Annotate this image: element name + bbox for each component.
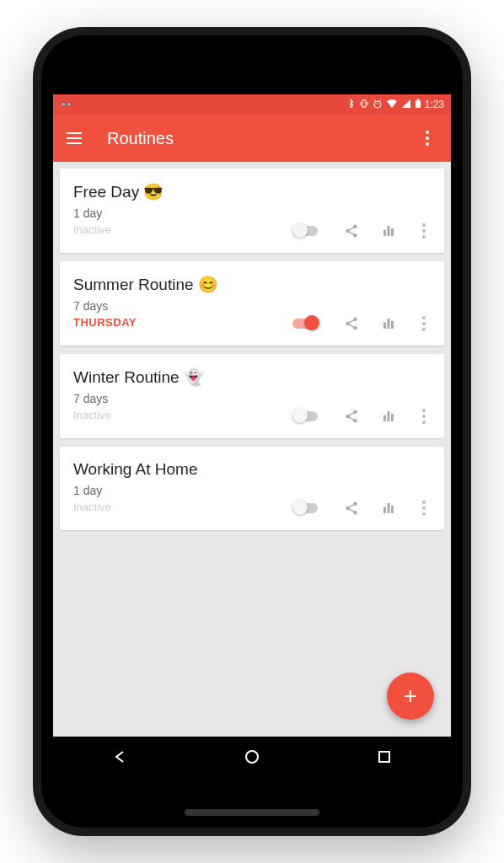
page-title: Routines <box>107 129 417 148</box>
routine-toggle[interactable] <box>292 222 323 239</box>
glasses-icon: 👓 <box>60 99 72 110</box>
speaker-bottom <box>185 809 319 816</box>
signal-icon <box>401 99 411 111</box>
routine-title: Summer Routine 😊 <box>73 275 431 294</box>
share-icon[interactable] <box>343 315 360 332</box>
alarm-icon <box>373 99 383 111</box>
routine-toggle[interactable] <box>292 315 323 332</box>
card-menu-button[interactable] <box>417 223 431 239</box>
svg-rect-12 <box>383 323 386 330</box>
routine-title: Working At Home <box>73 460 431 479</box>
svg-rect-15 <box>383 415 386 422</box>
routine-toggle[interactable] <box>292 500 323 517</box>
status-bar: 👓 <box>53 94 451 115</box>
card-menu-button[interactable] <box>417 409 431 424</box>
svg-line-6 <box>379 100 381 101</box>
routine-duration: 1 day <box>73 484 431 497</box>
share-icon[interactable] <box>343 500 360 517</box>
clock-time: 1:23 <box>425 99 444 110</box>
svg-point-21 <box>246 751 258 763</box>
screen: 👓 <box>53 94 451 777</box>
phone-inner: 👓 <box>41 35 463 828</box>
plus-icon: + <box>404 683 417 710</box>
card-menu-button[interactable] <box>417 501 431 516</box>
svg-rect-9 <box>383 230 386 237</box>
vibrate-icon <box>359 99 369 111</box>
routine-title: Free Day 😎 <box>73 182 431 201</box>
back-button[interactable] <box>110 747 130 767</box>
routine-duration: 7 days <box>73 392 431 405</box>
svg-rect-17 <box>391 414 394 421</box>
svg-rect-18 <box>383 507 386 514</box>
routine-title: Winter Routine 👻 <box>73 367 431 387</box>
share-icon[interactable] <box>343 408 360 425</box>
add-routine-fab[interactable]: + <box>387 673 434 720</box>
svg-rect-10 <box>388 226 390 236</box>
routine-card[interactable]: Winter Routine 👻 7 days Inactive <box>60 354 444 438</box>
overflow-menu-button[interactable] <box>417 131 437 146</box>
routine-list: Free Day 😎 1 day Inactive Summer Routine… <box>53 162 451 737</box>
svg-rect-22 <box>379 752 389 762</box>
app-bar: Routines <box>53 115 451 162</box>
svg-rect-8 <box>417 99 419 100</box>
routine-card[interactable]: Working At Home 1 day Inactive <box>60 447 444 530</box>
routine-duration: 7 days <box>73 299 431 313</box>
navigation-bar <box>53 737 451 777</box>
routine-toggle[interactable] <box>292 408 323 425</box>
svg-rect-11 <box>391 228 394 236</box>
svg-rect-16 <box>388 411 390 421</box>
routine-card[interactable]: Summer Routine 😊 7 days THURSDAY <box>60 261 444 346</box>
stats-icon[interactable] <box>380 315 397 332</box>
menu-button[interactable] <box>67 128 87 148</box>
svg-line-5 <box>374 100 376 101</box>
share-icon[interactable] <box>343 222 360 239</box>
svg-rect-7 <box>416 100 421 108</box>
stats-icon[interactable] <box>380 222 397 239</box>
svg-rect-20 <box>391 506 394 513</box>
svg-rect-0 <box>362 100 366 107</box>
stats-icon[interactable] <box>380 408 397 425</box>
routine-duration: 1 day <box>73 206 431 220</box>
routine-card[interactable]: Free Day 😎 1 day Inactive <box>60 169 444 253</box>
home-button[interactable] <box>242 747 262 767</box>
svg-rect-14 <box>391 321 394 329</box>
battery-icon <box>415 99 421 111</box>
wifi-icon <box>386 99 398 111</box>
recents-button[interactable] <box>374 747 394 767</box>
stats-icon[interactable] <box>380 500 397 517</box>
phone-frame: 👓 <box>33 27 471 836</box>
bluetooth-icon <box>347 99 356 111</box>
card-menu-button[interactable] <box>417 316 431 331</box>
svg-rect-19 <box>388 503 390 513</box>
svg-rect-13 <box>388 319 390 329</box>
